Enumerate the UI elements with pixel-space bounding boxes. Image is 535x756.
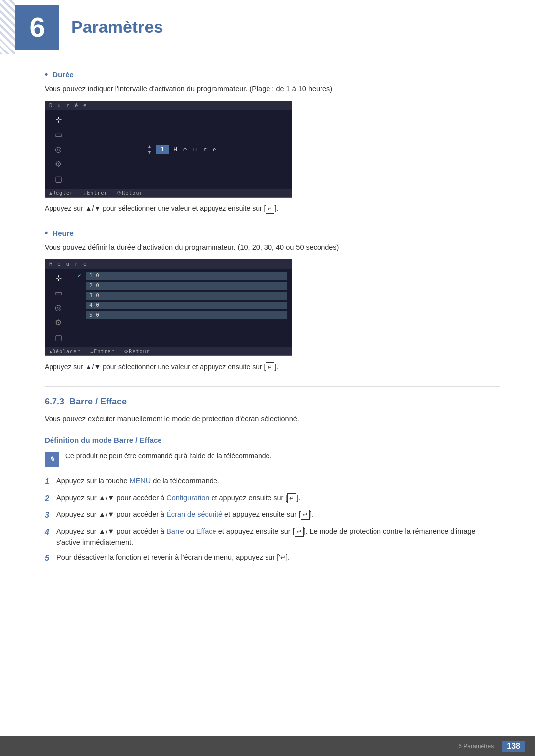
footer-retour2: ⟳Retour [124,349,150,354]
ecran-securite-highlight: Écran de sécurité [166,510,222,518]
heure-sidebar-icon-5: ▢ [51,332,66,343]
barre-highlight: Barre [166,527,184,535]
duree-instruction: Appuyez sur ▲/▼ pour sélectionner une va… [45,203,500,214]
note-box: ✎ Ce produit ne peut être commandé qu'à … [45,451,500,467]
duree-screen-sidebar: ⊹ ▭ ◎ ⚙ ▢ [45,110,72,189]
heure-instruction: Appuyez sur ▲/▼ pour sélectionner une va… [45,362,500,372]
section-673-heading: 6.7.3 Barre / Efface [45,397,500,407]
heure-screen-body: ⊹ ▭ ◎ ⚙ ▢ ✓ 1 0 ✓ 2 0 ✓ [45,269,292,347]
sidebar-icon-2: ▭ [51,129,66,140]
step-number-2: 2 [45,493,56,504]
step-number-3: 3 [45,509,56,521]
step-number-1: 1 [45,476,56,488]
heure-sidebar-icon-2: ▭ [51,288,66,299]
step-3: 3 Appuyez sur ▲/▼ pour accéder à Écran d… [45,509,500,521]
bar-20: 2 0 [86,282,287,290]
page-title: Paramètres [71,17,163,37]
duree-screen-body: ⊹ ▭ ◎ ⚙ ▢ ▲ ▼ 1 H e u r e [45,110,292,189]
heure-value: 1 [156,145,169,154]
list-item-40: ✓ 4 0 [77,302,287,309]
duree-screen-main: ▲ ▼ 1 H e u r e [72,110,292,189]
page-header: 6 Paramètres [0,0,535,54]
enter-icon-5: ↵ [295,527,304,537]
step-5: 5 Pour désactiver la fonction et revenir… [45,553,500,564]
note-icon: ✎ [45,452,59,467]
step-4-text: Appuyez sur ▲/▼ pour accéder à Barre ou … [56,526,500,548]
note-icon-symbol: ✎ [49,455,55,463]
bar-50: 5 0 [86,311,287,319]
footer-entrer2: ↵Entrer [90,349,114,354]
list-item-10: ✓ 1 0 [77,272,287,280]
step-number-5: 5 [45,553,56,564]
configuration-highlight: Configuration [166,494,209,502]
steps-list: 1 Appuyez sur la touche MENU de la téléc… [45,476,500,565]
heure-sidebar-icon-3: ◎ [51,302,66,313]
heure-screen-footer: ▲Déplacer ↵Entrer ⟳Retour [45,347,292,355]
enter-icon-3: ↵ [287,493,296,503]
bar-10: 1 0 [86,272,287,280]
page-footer: 6 Paramètres 138 [0,736,535,756]
footer-retour: ⟳Retour [117,190,143,196]
heure-label: H e u r e [173,146,217,153]
step-4: 4 Appuyez sur ▲/▼ pour accéder à Barre o… [45,526,500,548]
section-duree: Durée Vous pouvez indiquer l'intervalle … [45,69,500,214]
corner-decoration [0,0,15,54]
main-content: Durée Vous pouvez indiquer l'intervalle … [0,54,535,594]
sidebar-icon-3: ◎ [51,144,66,155]
step-3-text: Appuyez sur ▲/▼ pour accéder à Écran de … [56,509,500,520]
sidebar-icon-5: ▢ [51,174,66,185]
footer-regler: ▲Régler [49,190,73,196]
footer-chapter-label: 6 Paramètres [458,743,494,750]
section-heure: Heure Vous pouvez définir la durée d'act… [45,228,500,372]
list-item-20: ✓ 2 0 [77,282,287,290]
step-2: 2 Appuyez sur ▲/▼ pour accéder à Configu… [45,493,500,504]
step-1-text: Appuyez sur la touche MENU de la télécom… [56,476,500,487]
footer-deplacer: ▲Déplacer [49,349,80,354]
heure-desc: Vous pouvez définir la durée d'activatio… [45,242,500,253]
arrow-control: ▲ ▼ [147,144,152,155]
definition-heading: Définition du mode Barre / Efface [45,436,500,444]
sidebar-icon-4: ⚙ [51,159,66,170]
heure-screen-sidebar: ⊹ ▭ ◎ ⚙ ▢ [45,269,72,347]
section-673-desc: Vous pouvez exécuter manuellement le mod… [45,414,500,425]
efface-highlight: Efface [196,527,216,535]
enter-icon-2: ↵ [266,362,274,372]
section-number: 6.7.3 [45,397,64,406]
heure-screen-header: H e u r e [45,259,292,269]
heure-screen-list: ✓ 1 0 ✓ 2 0 ✓ 3 0 ✓ 4 0 [72,269,292,347]
heure-sidebar-icon-4: ⚙ [51,317,66,328]
duree-screen-header: D u r é e [45,101,292,110]
duree-title: Durée [45,69,500,80]
heure-sidebar-icon-1: ⊹ [51,273,66,284]
footer-entrer: ↵Entrer [83,190,107,196]
duree-desc: Vous pouvez indiquer l'intervalle d'acti… [45,84,500,95]
enter-icon-4: ↵ [301,510,310,520]
heure-screen: H e u r e ⊹ ▭ ◎ ⚙ ▢ ✓ 1 0 ✓ [45,259,292,356]
heure-display: ▲ ▼ 1 H e u r e [147,144,217,155]
list-item-30: ✓ 3 0 [77,292,287,300]
note-text: Ce produit ne peut être commandé qu'à l'… [65,451,271,461]
bar-40: 4 0 [86,302,287,309]
menu-highlight: MENU [130,477,151,485]
sidebar-icon-1: ⊹ [51,114,66,125]
list-item-50: ✓ 5 0 [77,311,287,319]
enter-icon-1: ↵ [266,204,274,214]
duree-screen-footer: ▲Régler ↵Entrer ⟳Retour [45,189,292,197]
divider [45,386,500,387]
chapter-number-box: 6 [15,5,59,50]
step-5-text: Pour désactiver la fonction et revenir à… [56,553,500,563]
step-1: 1 Appuyez sur la touche MENU de la téléc… [45,476,500,488]
bar-30: 3 0 [86,292,287,300]
heure-title: Heure [45,228,500,238]
step-2-text: Appuyez sur ▲/▼ pour accéder à Configura… [56,493,500,504]
step-number-4: 4 [45,526,56,538]
page-number: 138 [502,741,525,752]
chapter-number: 6 [29,13,45,41]
check-10: ✓ [77,272,83,279]
duree-screen: D u r é e ⊹ ▭ ◎ ⚙ ▢ ▲ ▼ 1 [45,101,292,198]
section-title: Barre / Efface [69,397,127,406]
